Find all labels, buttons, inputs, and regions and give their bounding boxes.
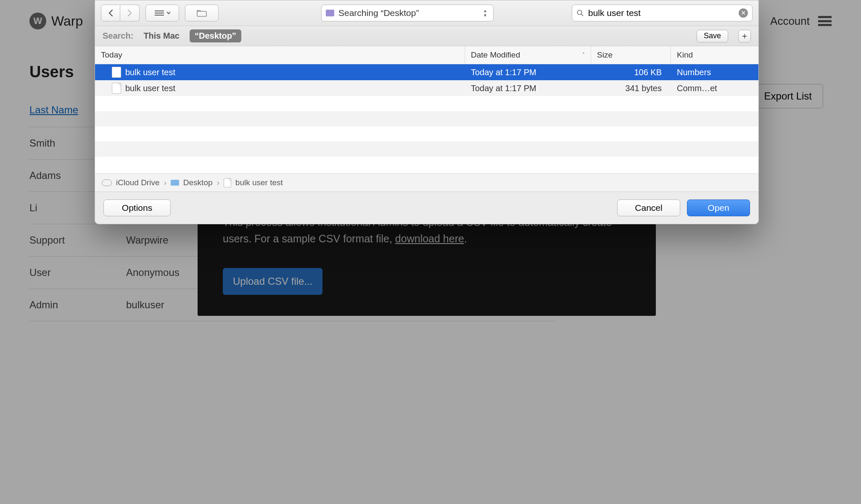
svg-rect-3 bbox=[197, 11, 206, 16]
dialog-bottom-bar: Options Cancel Open bbox=[95, 192, 758, 224]
file-open-dialog: Searching “Desktop” ▲▼ ✕ Search: This Ma… bbox=[95, 0, 759, 224]
svg-line-5 bbox=[581, 14, 584, 16]
save-search-button[interactable]: Save bbox=[697, 30, 728, 42]
list-view-icon bbox=[154, 9, 165, 17]
search-scope-bar: Search: This Mac “Desktop” Save ＋ bbox=[95, 26, 758, 46]
list-empty-area bbox=[95, 96, 758, 172]
svg-point-4 bbox=[577, 10, 581, 14]
file-list: bulk user test Today at 1:17 PM 106 KB N… bbox=[95, 64, 758, 173]
list-header: Today Date Modified˄ Size Kind bbox=[95, 46, 758, 64]
sort-asc-icon: ˄ bbox=[582, 52, 585, 58]
group-button[interactable] bbox=[185, 5, 219, 21]
column-name[interactable]: Today bbox=[95, 46, 465, 64]
column-kind[interactable]: Kind bbox=[671, 46, 758, 64]
scope-this-mac[interactable]: This Mac bbox=[143, 31, 180, 41]
dialog-toolbar: Searching “Desktop” ▲▼ ✕ bbox=[95, 0, 758, 26]
folder-icon bbox=[171, 180, 179, 186]
search-icon bbox=[576, 9, 584, 17]
clear-search-button[interactable]: ✕ bbox=[739, 8, 748, 18]
file-icon bbox=[112, 67, 121, 78]
scope-desktop[interactable]: “Desktop” bbox=[190, 29, 241, 42]
scope-label: Search: bbox=[103, 31, 133, 41]
file-row[interactable]: bulk user test Today at 1:17 PM 106 KB N… bbox=[95, 64, 758, 80]
location-dropdown[interactable]: Searching “Desktop” ▲▼ bbox=[321, 5, 494, 21]
open-button[interactable]: Open bbox=[687, 200, 750, 216]
path-file[interactable]: bulk user test bbox=[235, 178, 283, 187]
icloud-icon bbox=[102, 179, 112, 186]
back-button[interactable] bbox=[101, 5, 120, 21]
stepper-icon: ▲▼ bbox=[483, 7, 489, 19]
options-button[interactable]: Options bbox=[103, 200, 171, 216]
file-row[interactable]: bulk user test Today at 1:17 PM 341 byte… bbox=[95, 80, 758, 96]
search-input[interactable] bbox=[588, 8, 734, 18]
folder-icon bbox=[196, 9, 208, 17]
column-size[interactable]: Size bbox=[591, 46, 671, 64]
path-desktop[interactable]: Desktop bbox=[183, 178, 213, 187]
location-text: Searching “Desktop” bbox=[338, 8, 479, 18]
chevron-down-icon bbox=[166, 11, 171, 15]
forward-button[interactable] bbox=[120, 5, 140, 21]
file-icon bbox=[112, 83, 121, 94]
file-icon bbox=[224, 178, 231, 187]
cancel-button[interactable]: Cancel bbox=[617, 200, 680, 216]
desktop-icon bbox=[326, 10, 334, 16]
view-mode-button[interactable] bbox=[145, 5, 179, 21]
column-date-modified[interactable]: Date Modified˄ bbox=[465, 46, 591, 64]
search-field[interactable]: ✕ bbox=[572, 5, 753, 21]
path-bar: iCloud Drive › Desktop › bulk user test bbox=[95, 173, 758, 192]
add-criteria-button[interactable]: ＋ bbox=[738, 30, 751, 42]
path-icloud[interactable]: iCloud Drive bbox=[116, 178, 159, 187]
